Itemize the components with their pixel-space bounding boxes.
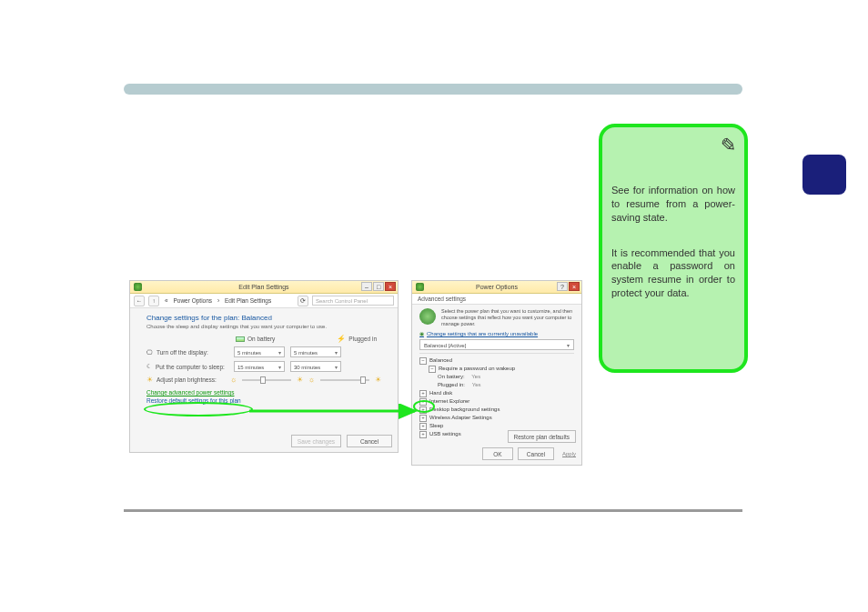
column-headers: On battery ⚡Plugged in xyxy=(236,335,381,343)
intro-row: Select the power plan that you want to c… xyxy=(419,308,574,327)
label-sleep: Put the computer to sleep: xyxy=(156,364,225,370)
button-row-left: Save changes Cancel xyxy=(291,435,392,447)
row-brightness: ☀Adjust plan brightness: ☼ ☀ ☼ ☀ xyxy=(146,376,381,384)
close-button-right[interactable]: × xyxy=(569,282,580,291)
tree-desktop-label: Desktop background settings xyxy=(429,406,500,414)
power-plan-icon xyxy=(419,308,436,325)
minimize-button[interactable]: – xyxy=(361,282,372,291)
select-display-battery[interactable]: 5 minutes xyxy=(234,346,285,357)
moon-icon: ☾ xyxy=(146,363,152,370)
back-button[interactable]: ← xyxy=(134,296,145,306)
window-buttons-left: – □ × xyxy=(361,282,396,291)
breadcrumb[interactable]: « Power Options › Edit Plan Settings xyxy=(163,297,294,304)
tree-require-password[interactable]: −Require a password on wakeup xyxy=(429,365,574,373)
maximize-button[interactable]: □ xyxy=(373,282,384,291)
sun-bright-icon-2: ☀ xyxy=(375,376,381,384)
settings-tree: −Balanced −Require a password on wakeup … xyxy=(419,353,574,438)
window-body-left: Change settings for the plan: Balanced C… xyxy=(130,308,398,411)
address-bar: ← ↑ « Power Options › Edit Plan Settings… xyxy=(130,294,398,308)
window-body-right: Select the power plan that you want to c… xyxy=(412,305,581,438)
battery-icon xyxy=(134,283,142,291)
window-buttons-right: ? × xyxy=(557,282,580,291)
sidebar-note: ✎ See for information on how to resume f… xyxy=(599,124,748,373)
tree-on-battery: On battery: Yes xyxy=(438,373,574,381)
callout-arrow xyxy=(140,404,424,422)
up-button[interactable]: ↑ xyxy=(148,296,159,306)
shield-icon: ◉ xyxy=(419,330,424,336)
tree-balanced-label: Balanced xyxy=(429,356,452,365)
save-changes-button[interactable]: Save changes xyxy=(291,435,341,447)
tree-internet-explorer[interactable]: +Internet Explorer xyxy=(419,397,574,406)
titlebar-right: Power Options ? × xyxy=(412,281,581,294)
help-button[interactable]: ? xyxy=(557,282,568,291)
select-display-plugged[interactable]: 5 minutes xyxy=(290,346,341,357)
sun-bright-icon: ☀ xyxy=(297,376,303,384)
expand-icon: + xyxy=(419,390,427,397)
monitor-icon: 🖵 xyxy=(146,349,153,356)
tree-wireless-adapter[interactable]: +Wireless Adapter Settings xyxy=(419,414,574,422)
plan-combobox[interactable]: Balanced [Active] xyxy=(419,339,574,350)
brightness-slider-plugged[interactable] xyxy=(320,379,369,381)
crumb-sep: › xyxy=(217,297,219,304)
page-thumb-tab xyxy=(802,155,846,195)
close-button[interactable]: × xyxy=(385,282,396,291)
tree-usb-label: USB settings xyxy=(429,430,461,438)
select-sleep-battery[interactable]: 15 minutes xyxy=(234,361,285,372)
tree-balanced[interactable]: −Balanced xyxy=(419,356,574,365)
tab-advanced-settings[interactable]: Advanced settings xyxy=(412,294,581,305)
refresh-icon: ⟳ xyxy=(300,297,306,305)
tree-plugged-in-label: Plugged in: xyxy=(438,381,465,389)
search-input[interactable]: Search Control Panel xyxy=(312,296,394,306)
window-power-options: Power Options ? × Advanced settings Sele… xyxy=(411,280,582,466)
window-title-left: Edit Plan Settings xyxy=(238,284,288,290)
button-row-right: OK Cancel Apply xyxy=(482,447,576,460)
link-change-unavailable[interactable]: ◉ Change settings that are currently una… xyxy=(419,330,574,336)
note-paragraph-1: See for information on how to resume fro… xyxy=(611,184,735,225)
plugged-in-icon: ⚡ xyxy=(337,335,346,343)
note-see: See xyxy=(611,185,630,196)
tree-on-battery-value: Yes xyxy=(471,373,480,381)
crumb-edit-plan: Edit Plan Settings xyxy=(225,297,271,304)
label-display: Turn off the display: xyxy=(156,349,208,356)
note-paragraph-2: It is recommended that you enable a pass… xyxy=(611,246,735,300)
collapse-icon: − xyxy=(419,357,427,365)
sun-dim-icon-2: ☼ xyxy=(308,376,315,384)
tree-plugged-in: Plugged in: Yes xyxy=(438,381,574,389)
titlebar-left: Edit Plan Settings – □ × xyxy=(130,281,398,294)
brightness-slider-battery[interactable] xyxy=(242,379,291,381)
up-icon: ↑ xyxy=(152,297,155,304)
apply-button[interactable]: Apply xyxy=(562,451,576,456)
label-brightness: Adjust plan brightness: xyxy=(156,376,217,383)
section-divider-bottom xyxy=(124,509,742,512)
cancel-button-right[interactable]: Cancel xyxy=(518,447,554,460)
window-edit-plan-settings: Edit Plan Settings – □ × ← ↑ « Power Opt… xyxy=(129,280,399,453)
restore-defaults-button[interactable]: Restore plan defaults xyxy=(508,430,576,443)
on-battery-icon xyxy=(236,336,245,342)
cancel-button-left[interactable]: Cancel xyxy=(347,435,392,447)
tree-desktop-background[interactable]: +Desktop background settings xyxy=(419,406,574,414)
ok-button[interactable]: OK xyxy=(482,447,513,460)
crumb-root: « xyxy=(165,297,168,304)
section-divider-top xyxy=(124,84,742,95)
collapse-icon: − xyxy=(429,366,436,373)
sun-icon: ☀ xyxy=(146,376,153,384)
link-change-unavailable-text: Change settings that are currently unava… xyxy=(427,331,538,336)
pen-icon: ✎ xyxy=(717,134,737,160)
link-change-advanced[interactable]: Change advanced power settings xyxy=(146,389,381,396)
row-turn-off-display: 🖵Turn off the display: 5 minutes 5 minut… xyxy=(146,346,381,357)
callout-oval-target xyxy=(413,400,435,413)
sun-dim-icon: ☼ xyxy=(230,376,237,384)
expand-icon: + xyxy=(419,431,427,438)
tree-sleep-label: Sleep xyxy=(429,422,443,430)
tree-plugged-in-value: Yes xyxy=(472,381,481,389)
col-plugged-in: Plugged in xyxy=(348,336,377,342)
heading-change-settings: Change settings for the plan: Balanced xyxy=(146,314,381,322)
select-sleep-plugged[interactable]: 30 minutes xyxy=(290,361,341,372)
row-sleep: ☾Put the computer to sleep: 15 minutes 3… xyxy=(146,361,381,372)
tree-hard-disk[interactable]: +Hard disk xyxy=(419,389,574,397)
refresh-button[interactable]: ⟳ xyxy=(298,296,308,306)
note-see-after: for information on how to resume from a … xyxy=(611,185,735,223)
subheading: Choose the sleep and display settings th… xyxy=(146,324,381,329)
tree-wifi-label: Wireless Adapter Settings xyxy=(429,414,492,422)
tree-on-battery-label: On battery: xyxy=(438,373,465,381)
